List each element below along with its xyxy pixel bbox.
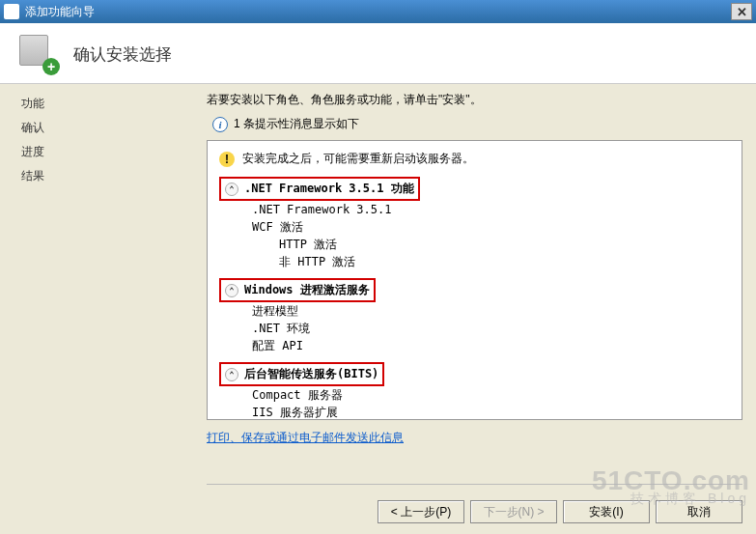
section-title: 后台智能传送服务(BITS) [244,366,378,382]
feature-item: 非 HTTP 激活 [279,253,730,270]
next-button: 下一步(N) > [470,500,557,523]
wizard-icon: + [17,35,56,73]
sidebar-item-progress[interactable]: 进度 [0,140,193,164]
info-row: i 1 条提示性消息显示如下 [212,116,742,132]
wizard-header: + 确认安装选择 [0,23,756,84]
wizard-footer: < 上一步(P) 下一步(N) > 安装(I) 取消 [378,500,742,523]
warning-text: 安装完成之后，可能需要重新启动该服务器。 [242,151,474,167]
install-button[interactable]: 安装(I) [563,500,650,523]
section-header[interactable]: ⌃.NET Framework 3.5.1 功能 [219,177,730,201]
print-save-email-link[interactable]: 打印、保存或通过电子邮件发送此信息 [207,431,404,444]
section-title: Windows 进程激活服务 [244,282,370,298]
titlebar: 添加功能向导 ✕ [0,0,756,23]
sidebar-item-confirm[interactable]: 确认 [0,116,193,140]
window-icon [4,4,19,19]
wizard-sidebar: 功能 确认 进度 结果 [0,84,193,533]
chevron-up-icon: ⌃ [225,183,238,196]
cancel-button[interactable]: 取消 [656,500,742,523]
chevron-up-icon: ⌃ [225,368,238,381]
info-icon: i [212,117,228,132]
feature-item: .NET Framework 3.5.1 [252,201,730,218]
section-header[interactable]: ⌃后台智能传送服务(BITS) [219,362,730,386]
sidebar-item-label: 进度 [21,144,180,160]
section-header[interactable]: ⌃Windows 进程激活服务 [219,278,730,302]
sidebar-item-label: 功能 [21,96,180,112]
content-area: 若要安装以下角色、角色服务或功能，请单击"安装"。 i 1 条提示性消息显示如下… [193,84,756,533]
sidebar-item-label: 确认 [21,120,180,136]
window-title: 添加功能向导 [25,4,95,20]
warning-icon: ! [219,152,235,167]
feature-item: 进程模型 [252,302,730,320]
feature-item: IIS 服务器扩展 [252,404,730,420]
feature-item: Compact 服务器 [252,386,730,404]
sidebar-item-label: 结果 [21,168,180,184]
page-title: 确认安装选择 [73,43,172,66]
section-title: .NET Framework 3.5.1 功能 [244,181,414,197]
info-text: 1 条提示性消息显示如下 [234,116,359,132]
sidebar-item-results[interactable]: 结果 [0,164,193,188]
footer-divider [207,484,742,485]
prev-button[interactable]: < 上一步(P) [378,500,464,523]
feature-item: HTTP 激活 [279,236,730,253]
feature-item: WCF 激活 [252,218,730,236]
sidebar-item-features[interactable]: 功能 [0,92,193,116]
instruction-text: 若要安装以下角色、角色服务或功能，请单击"安装"。 [207,92,742,108]
confirmation-panel: ! 安装完成之后，可能需要重新启动该服务器。 ⌃.NET Framework 3… [207,140,742,420]
close-button[interactable]: ✕ [731,3,752,20]
chevron-up-icon: ⌃ [225,284,238,297]
feature-item: 配置 API [252,337,730,354]
feature-item: .NET 环境 [252,320,730,337]
